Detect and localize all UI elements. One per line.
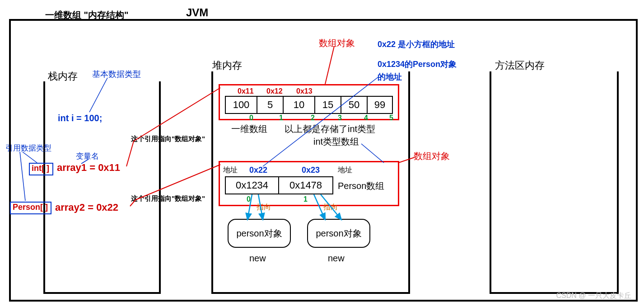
pointer-label-1: 指向	[257, 203, 271, 212]
note-line1: 0x22 是小方框的地址	[378, 39, 455, 50]
int-idx-2: 2	[311, 114, 315, 122]
array-obj-label-top: 数组对象	[319, 37, 355, 49]
new-label-2: new	[328, 253, 345, 264]
addr-0x22: 0x22	[249, 165, 267, 175]
var-name-label: 变量名	[76, 151, 99, 161]
int-cell-4: 50	[341, 96, 368, 114]
ref-note-2: 这个引用指向"数组对象"	[131, 194, 205, 203]
person-idx-1: 1	[303, 195, 308, 203]
heap-title: 堆内存	[212, 59, 242, 72]
int-array-caption3: int类型数组	[313, 136, 359, 148]
int-idx-4: 4	[364, 114, 368, 122]
person-cell-1: 0x1478	[279, 176, 333, 194]
primitive-type-label: 基本数据类型	[92, 69, 141, 80]
int-array-caption2: 以上都是存储了int类型	[285, 123, 375, 135]
array-obj-label-2: 数组对象	[414, 150, 450, 162]
note-line3: 的地址	[378, 71, 402, 82]
addr-0x13: 0x13	[296, 87, 313, 95]
int-idx-3: 3	[338, 114, 342, 122]
ref-note-1: 这个引用指向"数组对象"	[131, 135, 205, 143]
int-idx-1: 1	[279, 114, 283, 122]
addr-label-1: 地址	[223, 165, 238, 175]
pointer-label-2: 指向	[323, 203, 338, 212]
int-cell-2: 10	[284, 96, 315, 114]
int-declaration: int i = 100;	[58, 113, 102, 123]
int-idx-0: 0	[249, 114, 253, 122]
person-array-type: Person[ ]	[13, 203, 48, 212]
jvm-label: JVM	[186, 6, 208, 19]
note-line2: 0x1234的Person对象	[378, 59, 457, 70]
int-idx-5: 5	[389, 114, 393, 122]
addr-0x11: 0x11	[238, 87, 254, 95]
ref-type-label: 引用数据类型	[5, 143, 51, 153]
person-obj-1: person对象	[228, 219, 291, 248]
person-obj-2: person对象	[307, 219, 370, 248]
array2-decl: array2 = 0x22	[55, 202, 118, 213]
int-cell-0: 100	[225, 96, 257, 114]
addr-0x12: 0x12	[266, 87, 283, 95]
person-idx-0: 0	[247, 195, 251, 203]
int-array-caption1: 一维数组	[231, 123, 267, 135]
int-cell-1: 5	[257, 96, 284, 114]
person-array-label: Person数组	[338, 180, 384, 192]
array1-decl: array1 = 0x11	[57, 162, 120, 174]
int-array-type: int[ ]	[32, 164, 49, 173]
new-label-1: new	[249, 253, 266, 264]
watermark: CSDN @ 一只大皮卡丘	[556, 291, 631, 301]
person-array-cells: 0x1234 0x1478	[225, 176, 333, 194]
int-cell-3: 15	[315, 96, 341, 114]
method-area-box	[490, 71, 619, 294]
int-array-cells: 100 5 10 15 50 99	[225, 96, 393, 114]
method-area-title: 方法区内存	[495, 59, 545, 72]
addr-label-2: 地址	[338, 165, 352, 175]
addr-0x23: 0x23	[302, 165, 320, 175]
int-cell-5: 99	[368, 96, 393, 114]
person-cell-0: 0x1234	[225, 176, 279, 194]
